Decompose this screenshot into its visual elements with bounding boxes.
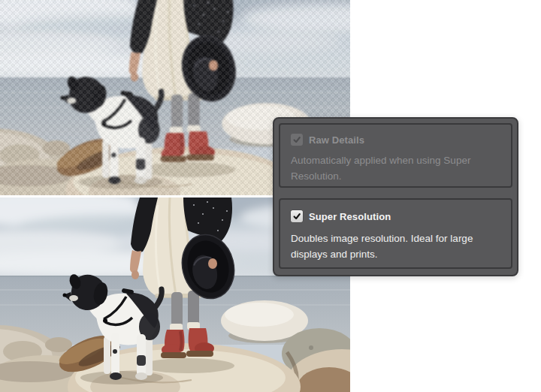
- super-resolution-header[interactable]: Super Resolution: [291, 210, 500, 222]
- check-icon: [292, 135, 301, 144]
- raw-details-description: Automatically applied when using Super R…: [291, 153, 500, 184]
- raw-details-label: Raw Details: [309, 134, 364, 146]
- enhance-preview-stage: Raw Details Automatically applied when u…: [0, 0, 541, 392]
- super-resolution-description: Doubles image resolution. Ideal for larg…: [291, 231, 500, 262]
- raw-details-header: Raw Details: [291, 134, 500, 146]
- super-resolution-option: Super Resolution Doubles image resolutio…: [279, 198, 512, 269]
- check-icon: [292, 212, 301, 221]
- enhance-options-panel: Raw Details Automatically applied when u…: [273, 117, 518, 276]
- super-resolution-label[interactable]: Super Resolution: [309, 211, 391, 222]
- raw-details-option: Raw Details Automatically applied when u…: [279, 123, 512, 188]
- super-resolution-checkbox[interactable]: [291, 210, 303, 222]
- raw-details-checkbox: [291, 134, 303, 146]
